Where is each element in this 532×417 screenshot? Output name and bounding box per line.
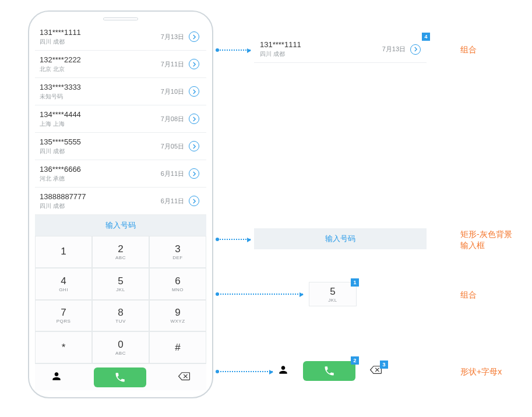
chevron-right-icon[interactable] <box>189 141 199 151</box>
call-location: 四川 成都 <box>40 38 161 46</box>
badge-4: 4 <box>422 33 430 41</box>
call-date: 7月13日 <box>161 33 184 41</box>
chevron-right-icon[interactable] <box>189 86 199 97</box>
call-button[interactable] <box>94 367 146 387</box>
anno-contacts-icon[interactable] <box>277 364 289 378</box>
key-letters: DEF <box>172 255 183 260</box>
call-row[interactable]: 136****6666河北 承德6月11日 <box>35 160 206 188</box>
call-list: 131****1111四川 成都7月13日132****2222北京 北京7月1… <box>35 23 206 215</box>
anno-key-digit: 5 <box>330 286 335 298</box>
keypad-key-0[interactable]: 0ABC <box>92 331 149 363</box>
call-number: 133****3333 <box>40 83 161 91</box>
call-row[interactable]: 133****3333未知号码7月10日 <box>35 78 206 105</box>
call-location: 未知号码 <box>40 93 161 101</box>
call-row[interactable]: 135****5555四川 成都7月05日 <box>35 133 206 160</box>
phone-screen: 131****1111四川 成都7月13日132****2222北京 北京7月1… <box>35 23 206 390</box>
keypad-key-2[interactable]: 2ABC <box>92 236 149 268</box>
key-digit: 7 <box>61 307 66 319</box>
arrow-4 <box>218 371 273 372</box>
key-letters: JKL <box>116 287 125 292</box>
annotation-key[interactable]: 5 JKL <box>309 282 357 306</box>
keypad-key-6[interactable]: 6MNO <box>149 268 206 300</box>
label-shape-x: 形状+字母x <box>460 367 502 377</box>
key-digit: 0 <box>118 339 123 351</box>
keypad-key-9[interactable]: 9WXYZ <box>149 300 206 332</box>
label-input-box: 输入框 <box>460 241 485 251</box>
contacts-icon[interactable] <box>51 370 62 384</box>
call-date: 7月05日 <box>161 142 184 151</box>
backspace-icon[interactable] <box>178 372 191 383</box>
dial-keypad: 12ABC3DEF4GHI5JKL6MNO7PQRS8TUV9WXYZ*0ABC… <box>35 236 206 363</box>
key-letters: GHI <box>59 287 68 292</box>
key-digit: 1 <box>61 246 66 257</box>
key-digit: 6 <box>175 275 180 287</box>
call-row[interactable]: 131****1111四川 成都7月13日 <box>35 23 206 51</box>
badge-2: 2 <box>351 356 359 365</box>
anno-call-button[interactable] <box>303 361 355 381</box>
key-letters: ABC <box>115 351 126 356</box>
chevron-right-icon[interactable] <box>189 114 199 124</box>
key-letters: TUV <box>115 319 126 324</box>
keypad-key-5[interactable]: 5JKL <box>92 268 149 300</box>
key-digit: 3 <box>175 243 180 255</box>
call-location: 上海 上海 <box>40 120 161 128</box>
keypad-key-1[interactable]: 1 <box>35 236 92 268</box>
keypad-key-8[interactable]: 8TUV <box>92 300 149 332</box>
chevron-right-icon[interactable] <box>189 59 199 69</box>
bottom-bar <box>35 363 206 390</box>
anno-call-location: 四川 成都 <box>260 50 382 58</box>
number-input-bar[interactable]: 输入号码 <box>35 215 206 236</box>
keypad-key-3[interactable]: 3DEF <box>149 236 206 268</box>
annotation-call-row: 131****1111 四川 成都 7月13日 <box>254 36 427 63</box>
anno-call-number: 131****1111 <box>260 40 382 49</box>
chevron-right-icon[interactable] <box>189 196 199 206</box>
key-digit: # <box>175 342 180 354</box>
call-number: 131****1111 <box>40 28 161 37</box>
label-rect-bg: 矩形-灰色背景 <box>460 229 512 240</box>
key-letters: MNO <box>172 287 184 292</box>
label-combination-1: 组合 <box>460 45 477 55</box>
arrow-2 <box>218 239 251 240</box>
call-row[interactable]: 134****4444上海 上海7月08日 <box>35 105 206 133</box>
call-location: 四川 成都 <box>40 202 161 210</box>
call-number: 136****6666 <box>40 165 161 174</box>
key-letters: PQRS <box>57 319 71 324</box>
annotation-input-bar[interactable]: 输入号码 <box>254 228 427 249</box>
key-digit: * <box>62 342 66 354</box>
call-date: 7月08日 <box>161 115 184 123</box>
call-date: 7月10日 <box>161 87 184 96</box>
key-digit: 5 <box>118 275 123 287</box>
call-location: 四川 成都 <box>40 147 161 156</box>
arrow-3 <box>218 294 303 295</box>
phone-speaker <box>103 17 138 20</box>
call-number: 13888887777 <box>40 192 161 201</box>
key-digit: 8 <box>118 307 123 319</box>
keypad-key-#[interactable]: # <box>149 331 206 363</box>
chevron-right-icon[interactable] <box>189 168 199 179</box>
annotation-bottom-bar: 2 3 <box>277 361 382 381</box>
key-digit: 4 <box>61 275 66 287</box>
anno-chevron-icon[interactable] <box>410 44 421 55</box>
call-number: 135****5555 <box>40 137 161 146</box>
key-letters: ABC <box>115 255 126 260</box>
keypad-key-4[interactable]: 4GHI <box>35 268 92 300</box>
anno-key-letters: JKL <box>328 298 337 303</box>
call-date: 6月11日 <box>161 169 184 178</box>
keypad-key-7[interactable]: 7PQRS <box>35 300 92 332</box>
arrow-1 <box>218 50 251 51</box>
call-number: 134****4444 <box>40 110 161 119</box>
anno-input-text: 输入号码 <box>325 234 355 244</box>
keypad-key-*[interactable]: * <box>35 331 92 363</box>
call-date: 6月11日 <box>161 197 184 206</box>
call-row[interactable]: 13888887777四川 成都6月11日 <box>35 188 206 215</box>
key-digit: 2 <box>118 243 123 255</box>
number-input-placeholder: 输入号码 <box>105 220 136 231</box>
anno-call-date: 7月13日 <box>382 45 406 54</box>
phone-frame: 131****1111四川 成都7月13日132****2222北京 北京7月1… <box>28 10 213 398</box>
chevron-right-icon[interactable] <box>189 31 199 42</box>
key-digit: 9 <box>175 307 180 319</box>
key-letters: WXYZ <box>170 319 185 324</box>
call-row[interactable]: 132****2222北京 北京7月11日 <box>35 51 206 78</box>
call-number: 132****2222 <box>40 55 161 64</box>
badge-3: 3 <box>380 361 388 369</box>
